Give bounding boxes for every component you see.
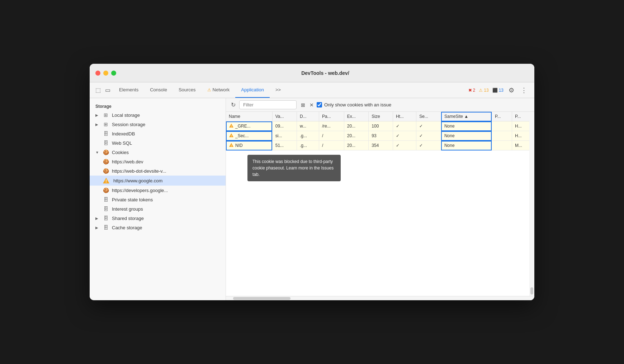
sidebar-item-cache-storage[interactable]: ▶ 🗄 Cache storage (90, 223, 226, 232)
only-issues-checkbox[interactable] (317, 102, 322, 107)
col-httponly[interactable]: Ht... (393, 112, 416, 121)
device-icon[interactable]: ▭ (105, 87, 110, 94)
private-state-label: Private state tokens (112, 197, 153, 202)
cell-p1 (492, 141, 512, 150)
sidebar: Storage ▶ ⊞ Local storage ▶ ⊞ Session st… (90, 98, 226, 300)
warning-icon: ⚠ (479, 88, 483, 93)
only-issues-text: Only show cookies with an issue (324, 102, 391, 107)
sidebar-item-indexeddb[interactable]: ▶ 🗄 IndexedDB (90, 129, 226, 138)
minimize-button[interactable] (103, 71, 108, 76)
warning-count: 13 (484, 88, 488, 93)
table-row[interactable]: ! _Sec... si....g.../20...93✓✓NoneH... (226, 131, 534, 141)
tab-elements-label: Elements (119, 87, 138, 92)
scroll-thumb (530, 287, 533, 294)
svg-text:!: ! (231, 125, 232, 128)
sidebar-item-cookies-webdev[interactable]: 🍪 https://web.dev (90, 157, 226, 166)
tab-console[interactable]: Console (144, 82, 173, 98)
window-title: DevTools - web.dev/ (122, 70, 529, 76)
col-value[interactable]: Va... (272, 112, 297, 121)
cell-secure: ✓ (416, 141, 441, 150)
col-samesite[interactable]: SameSite ▲ (441, 112, 492, 121)
tab-more[interactable]: >> (270, 82, 287, 98)
close-filter-button[interactable]: ✕ (309, 102, 314, 108)
local-storage-label: Local storage (112, 112, 140, 118)
col-path[interactable]: Pa... (319, 112, 344, 121)
col-name[interactable]: Name (226, 112, 272, 121)
col-expires[interactable]: Ex... (344, 112, 369, 121)
only-issues-label[interactable]: Only show cookies with an issue (317, 102, 391, 107)
tab-sources[interactable]: Sources (173, 82, 202, 98)
error-icon: ✖ (468, 88, 472, 93)
horizontal-scrollbar[interactable] (226, 296, 534, 300)
vertical-scrollbar[interactable] (529, 112, 534, 296)
cell-path: / (319, 131, 344, 141)
clear-filter-button[interactable]: ⊠ (299, 101, 307, 109)
sidebar-item-interest-groups[interactable]: ▶ 🗄 Interest groups (90, 204, 226, 214)
expand-arrow-cookies: ▼ (95, 150, 100, 154)
indexeddb-label: IndexedDB (112, 131, 135, 136)
h-scroll-thumb (233, 297, 290, 300)
network-warn-icon: ⚠ (207, 87, 211, 92)
sidebar-item-local-storage[interactable]: ▶ ⊞ Local storage (90, 110, 226, 120)
sidebar-item-session-storage[interactable]: ▶ ⊞ Session storage (90, 120, 226, 129)
info-count: 13 (499, 88, 504, 93)
session-storage-label: Session storage (112, 122, 145, 127)
table-row[interactable]: ! NID 51....g.../20...354✓✓NoneM... (226, 141, 534, 150)
tab-application[interactable]: Application (235, 82, 270, 98)
cell-path: /re... (319, 121, 344, 131)
cell-value: 09... (272, 121, 297, 131)
cell-secure: ✓ (416, 121, 441, 131)
table-row[interactable]: ! _GRE... 09...w.../re...20...100✓✓NoneH… (226, 121, 534, 131)
expand-arrow-local: ▶ (95, 113, 100, 117)
warning-badge[interactable]: ⚠ 13 (479, 88, 488, 93)
cell-domain: .g... (297, 141, 319, 150)
col-secure[interactable]: Se... (416, 112, 441, 121)
cell-secure: ✓ (416, 131, 441, 141)
sidebar-item-cookies-google[interactable]: ! https://www.google.com (90, 176, 226, 186)
maximize-button[interactable] (111, 71, 116, 76)
cell-name: ! _GRE... (226, 121, 272, 131)
tab-network-label: Network (213, 87, 230, 92)
tabbar: ⬚ ▭ Elements Console Sources ⚠ Network A… (90, 82, 534, 98)
interest-groups-label: Interest groups (112, 206, 143, 212)
cell-samesite: None (441, 121, 492, 131)
filter-input[interactable] (239, 100, 297, 109)
settings-icon[interactable]: ⚙ (507, 86, 516, 94)
col-p1[interactable]: P... (492, 112, 512, 121)
inspect-icon[interactable]: ⬚ (95, 87, 101, 94)
shared-storage-label: Shared storage (112, 216, 144, 221)
cell-samesite: None (441, 141, 492, 150)
close-button[interactable] (95, 71, 100, 76)
col-p2[interactable]: P... (512, 112, 534, 121)
tab-network[interactable]: ⚠ Network (202, 82, 236, 98)
cell-value: 51... (272, 141, 297, 150)
sidebar-item-web-sql[interactable]: ▶ 🗄 Web SQL (90, 138, 226, 148)
cookies-google-label: https://www.google.com (113, 178, 162, 183)
error-badge[interactable]: ✖ 2 (468, 88, 476, 93)
cell-value: si... (272, 131, 297, 141)
cell-samesite: None (441, 131, 492, 141)
sidebar-item-cookies-webdot[interactable]: 🍪 https://web-dot-devsite-v... (90, 166, 226, 176)
tab-application-label: Application (241, 87, 264, 92)
tab-elements[interactable]: Elements (113, 82, 144, 98)
google-cookie-warn-icon: ! (103, 177, 110, 184)
refresh-button[interactable]: ↻ (230, 101, 236, 109)
error-count: 2 (473, 88, 476, 93)
more-options-icon[interactable]: ⋮ (519, 86, 529, 94)
cell-p1 (492, 121, 512, 131)
cell-name: ! NID (226, 141, 272, 150)
cookies-table: Name Va... D... Pa... Ex... Size Ht... S… (226, 112, 534, 150)
cookies-icon: 🍪 (103, 149, 109, 155)
cell-domain: w... (297, 121, 319, 131)
sidebar-item-cookies-devgoogle[interactable]: 🍪 https://developers.google... (90, 186, 226, 195)
badge-area: ✖ 2 ⚠ 13 ⬛ 13 ⚙ ⋮ (465, 82, 531, 98)
col-domain[interactable]: D... (297, 112, 319, 121)
sidebar-item-private-state-tokens[interactable]: ▶ 🗄 Private state tokens (90, 195, 226, 204)
titlebar: DevTools - web.dev/ (90, 64, 534, 82)
info-badge[interactable]: ⬛ 13 (492, 88, 504, 93)
cell-name-text: NID (235, 143, 243, 148)
cookie-devgoogle-icon: 🍪 (103, 187, 109, 193)
sidebar-item-shared-storage[interactable]: ▶ 🗄 Shared storage (90, 214, 226, 223)
col-size[interactable]: Size (369, 112, 393, 121)
sidebar-item-cookies[interactable]: ▼ 🍪 Cookies (90, 148, 226, 157)
